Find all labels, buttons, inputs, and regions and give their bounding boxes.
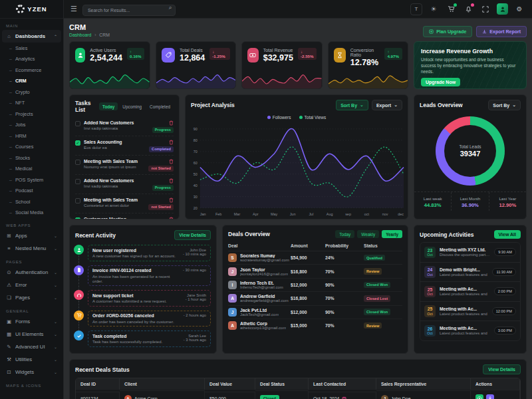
language-icon[interactable]: T xyxy=(410,3,422,15)
brand-logo[interactable]: YZEN xyxy=(0,0,63,19)
task-content: Meeting with Sales TeamConsetetur et ame… xyxy=(84,198,138,210)
trash-icon[interactable] xyxy=(169,140,174,145)
sidebar-item-advanced-ui[interactable]: ✎Advanced UI⌄ xyxy=(0,340,63,353)
upcoming-text: Meeting with Ac...Latest product feature… xyxy=(440,326,490,335)
sidebar-subitem-projects[interactable]: –Projects xyxy=(0,108,63,120)
breadcrumb-dashboard[interactable]: Dashboard xyxy=(69,33,91,37)
dash-icon: – xyxy=(9,57,12,61)
trash-icon[interactable] xyxy=(169,159,174,164)
sidebar-subitem-courses[interactable]: –Courses xyxy=(0,142,63,153)
sidebar-subitem-podcast[interactable]: –Podcast xyxy=(0,186,63,197)
sidebar-item-pages[interactable]: ❏Pages⌄ xyxy=(0,291,63,304)
sidebar-subitem-nft[interactable]: –NFT xyxy=(0,98,63,109)
sidebar-item-error[interactable]: ⚠Error⌄ xyxy=(0,279,63,291)
sidebar-item-forms[interactable]: ▣Forms⌄ xyxy=(0,315,63,328)
sidebar-item-authentication[interactable]: ⊙Authentication⌄ xyxy=(0,266,63,279)
task-checkbox[interactable]: ✓ xyxy=(75,140,80,146)
chevron-down-icon: ⌄ xyxy=(54,233,57,238)
sidebar-item-utilities[interactable]: ⚒Utilities⌄ xyxy=(0,353,63,366)
trash-icon[interactable] xyxy=(169,120,174,126)
stat-card-label: Conversion Ratio xyxy=(350,48,380,57)
leads-stat-label: Last Year xyxy=(489,196,526,201)
sidebar-subitem-analytics[interactable]: –Analytics xyxy=(0,54,63,65)
download-action-button[interactable] xyxy=(486,394,494,399)
upcoming-view-all-button[interactable]: View All xyxy=(494,230,521,239)
recent-deals-view-details-button[interactable]: View Details xyxy=(483,364,521,374)
settings-gear-icon[interactable]: ⚙ xyxy=(513,3,525,15)
task-status-badge: not Started xyxy=(148,166,174,172)
search-icon[interactable]: ⌕ xyxy=(169,4,172,11)
sidebar-subitem-stocks[interactable]: –Stocks xyxy=(0,152,63,164)
sidebar-subitem-sales[interactable]: –Sales xyxy=(0,43,63,54)
dash-icon: – xyxy=(9,90,12,94)
sidebar-item-nested-menu[interactable]: ≡Nested Menu⌄ xyxy=(0,242,63,255)
sidebar-subitem-crypto[interactable]: –Crypto xyxy=(0,86,63,98)
deals-tab-today[interactable]: Today xyxy=(335,230,354,238)
breadcrumb-current: CRM xyxy=(99,33,109,37)
task-checkbox[interactable] xyxy=(75,121,80,126)
upcoming-title: Demo with Bright... xyxy=(440,267,488,272)
task-subtitle: Invi sadip takimata xyxy=(84,126,134,130)
upgrade-now-button[interactable]: Upgrade Now xyxy=(421,78,460,86)
trash-icon[interactable] xyxy=(169,217,174,220)
upcoming-time: 11:30 AM xyxy=(492,268,516,276)
activity-view-details-button[interactable]: View Details xyxy=(174,230,211,240)
deals-tab-yearly[interactable]: Yearly xyxy=(382,230,402,238)
sidebar-subitem-medical[interactable]: –Medical xyxy=(0,164,63,175)
tasks-tab-upcoming[interactable]: Upcoming xyxy=(119,102,145,110)
menu-toggle-icon[interactable]: ☰ xyxy=(70,5,77,13)
trash-icon[interactable] xyxy=(169,198,174,203)
dash-icon: – xyxy=(9,210,12,215)
sidebar-item-apps[interactable]: ⊞Apps⌄ xyxy=(0,229,63,242)
tasks-tab-completed[interactable]: Completed xyxy=(146,102,174,110)
task-status-badge: Completed xyxy=(149,146,174,152)
task-checkbox[interactable]: ✓ xyxy=(75,217,80,220)
chevron-down-icon: ⌄ xyxy=(54,344,57,349)
activity-card: Task completedTask has been successfully… xyxy=(88,331,211,347)
sidebar-subitem-pos-system[interactable]: –POS System xyxy=(0,174,63,186)
sidebar-subitem-label: HRM xyxy=(15,133,27,139)
project-export-button[interactable]: Export ⌄ xyxy=(372,100,402,110)
activity-card: New user registeredA new customer has si… xyxy=(88,245,211,261)
topbar: ☰ ⌕ T ☀ ⚙ xyxy=(64,0,532,19)
task-checkbox[interactable] xyxy=(75,179,80,184)
sidebar-subitem-ecommerce[interactable]: –Ecommerce xyxy=(0,65,63,76)
view-action-button[interactable] xyxy=(475,394,483,399)
sidebar-subitem-hrm[interactable]: –HRM xyxy=(0,130,63,142)
calendar-icon xyxy=(342,396,346,399)
sidebar-item-dashboards[interactable]: ⌂Dashboards⌃ xyxy=(2,30,61,43)
tag-icon xyxy=(162,48,176,63)
deals-column-header: Amount xyxy=(291,243,325,248)
task-checkbox[interactable] xyxy=(75,160,80,165)
export-report-button[interactable]: Export Report xyxy=(476,26,527,37)
project-sort-button[interactable]: Sort By ⌄ xyxy=(336,100,368,110)
leads-stat-value: 36.90% xyxy=(452,202,488,208)
theme-toggle-sun-icon[interactable]: ☀ xyxy=(428,3,440,15)
sidebar-subitem-social-media[interactable]: –Social Media xyxy=(0,207,63,219)
search-input[interactable] xyxy=(82,5,176,16)
user-avatar[interactable] xyxy=(497,3,508,15)
cart-icon[interactable] xyxy=(445,3,457,15)
sidebar-item-ui-elements[interactable]: ▦UI Elements⌄ xyxy=(0,328,63,340)
dash-icon: – xyxy=(9,144,12,149)
tasks-tab-today[interactable]: Today xyxy=(99,102,118,110)
sidebar-subitem-school[interactable]: –School xyxy=(0,196,63,207)
task-checkbox[interactable] xyxy=(75,198,80,203)
sidebar-subitem-label: Analytics xyxy=(15,56,35,62)
deals-tab-weakly[interactable]: Weakly xyxy=(357,230,379,238)
leads-sort-button[interactable]: Sort By ⌄ xyxy=(488,100,521,110)
plan-upgrade-button[interactable]: Plan Upgrade xyxy=(423,26,472,37)
sidebar: YZEN MAIN⌂Dashboards⌃–Sales–Analytics–Ec… xyxy=(0,0,64,399)
sidebar-subitem-jobs[interactable]: –Jobs xyxy=(0,120,63,131)
fullscreen-icon[interactable] xyxy=(479,3,491,15)
sidebar-section-label: WEB APPS xyxy=(0,218,63,229)
trash-icon[interactable] xyxy=(169,178,174,184)
sidebar-subitem-label: Courses xyxy=(15,144,34,150)
notifications-bell-icon[interactable] xyxy=(462,3,474,15)
svg-text:90: 90 xyxy=(194,127,198,131)
sidebar-item-widgets[interactable]: ⊡Widgets⌄ xyxy=(0,366,63,378)
sidebar-subitem-crm[interactable]: –CRM xyxy=(0,76,63,87)
svg-text:Jun: Jun xyxy=(290,212,296,216)
svg-text:Mar: Mar xyxy=(234,212,241,216)
tasks-list: Added New CustomersInvi sadip takimataPr… xyxy=(70,116,179,219)
